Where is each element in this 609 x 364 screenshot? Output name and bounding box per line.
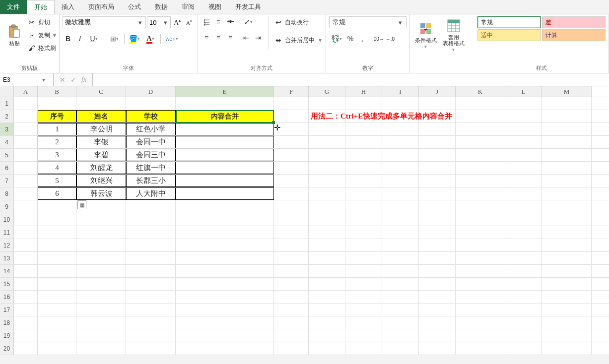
- cell-H9[interactable]: [345, 200, 382, 213]
- font-name-combo[interactable]: ▾: [63, 16, 146, 28]
- cell-K7[interactable]: [456, 175, 505, 187]
- cell-L11[interactable]: [505, 226, 542, 239]
- decrease-decimal-button[interactable]: ←.0: [385, 33, 396, 44]
- cell-K14[interactable]: [456, 265, 505, 277]
- cell-E6[interactable]: [176, 162, 274, 174]
- cell-J5[interactable]: [419, 149, 456, 161]
- underline-button[interactable]: U▾: [86, 33, 101, 44]
- cell-A4[interactable]: [14, 136, 38, 148]
- comma-button[interactable]: ,: [357, 33, 368, 44]
- cell-G14[interactable]: [309, 265, 345, 277]
- cell-A16[interactable]: [14, 291, 38, 303]
- cell-L13[interactable]: [505, 252, 542, 264]
- cell-D10[interactable]: [126, 213, 176, 226]
- cell-E3[interactable]: [176, 123, 274, 135]
- cell-F20[interactable]: [274, 342, 309, 355]
- cut-button[interactable]: ✂剪切: [27, 16, 56, 28]
- cell-I11[interactable]: [382, 226, 419, 239]
- cell-G10[interactable]: [309, 213, 345, 226]
- cell-J16[interactable]: [419, 291, 456, 303]
- cell-C14[interactable]: [76, 265, 126, 277]
- cell-B17[interactable]: [38, 303, 76, 316]
- cell-K6[interactable]: [456, 162, 505, 174]
- cell-M15[interactable]: [542, 278, 592, 290]
- cell-J1[interactable]: [419, 97, 456, 110]
- cell-C12[interactable]: [76, 239, 126, 251]
- cell-C10[interactable]: [76, 213, 126, 226]
- fill-color-button[interactable]: 🪣▾: [127, 33, 142, 44]
- row-header-2[interactable]: 2: [0, 110, 14, 122]
- cell-L7[interactable]: [505, 175, 542, 187]
- row-header-13[interactable]: 13: [0, 252, 14, 264]
- cell-A9[interactable]: [14, 200, 38, 213]
- row-header-18[interactable]: 18: [0, 316, 14, 329]
- cell-B20[interactable]: [38, 342, 76, 355]
- cell-L4[interactable]: [505, 136, 542, 148]
- wrap-text-button[interactable]: ↩自动换行: [274, 16, 322, 28]
- cell-H12[interactable]: [345, 239, 382, 251]
- orientation-button[interactable]: ⤢▾: [241, 16, 256, 27]
- cell-F5[interactable]: [274, 149, 309, 161]
- cell-A1[interactable]: [14, 97, 38, 110]
- cell-J15[interactable]: [419, 278, 456, 290]
- cell-I13[interactable]: [382, 252, 419, 264]
- cell-H11[interactable]: [345, 226, 382, 239]
- cell-H3[interactable]: [345, 123, 382, 135]
- cell-G19[interactable]: [309, 329, 345, 342]
- cell-B11[interactable]: [38, 226, 76, 239]
- cell-J19[interactable]: [419, 329, 456, 342]
- align-right-button[interactable]: ≡: [225, 32, 236, 43]
- cell-G3[interactable]: [309, 123, 345, 135]
- cell-H8[interactable]: [345, 187, 382, 200]
- cell-H13[interactable]: [345, 252, 382, 264]
- name-box-input[interactable]: [0, 76, 40, 83]
- cell-E9[interactable]: [176, 200, 274, 213]
- cell-E18[interactable]: [176, 316, 274, 329]
- phonetic-button[interactable]: wén▾: [163, 33, 180, 44]
- cell-C3[interactable]: 李公明: [76, 123, 126, 135]
- cell-A6[interactable]: [14, 162, 38, 174]
- cell-H10[interactable]: [345, 213, 382, 226]
- cell-E16[interactable]: [176, 291, 274, 303]
- cell-A13[interactable]: [14, 252, 38, 264]
- cell-G15[interactable]: [309, 278, 345, 290]
- cell-K5[interactable]: [456, 149, 505, 161]
- cell-K11[interactable]: [456, 226, 505, 239]
- cell-B8[interactable]: 6: [38, 187, 76, 200]
- cell-H1[interactable]: [345, 97, 382, 110]
- cell-M16[interactable]: [542, 291, 592, 303]
- cell-C6[interactable]: 刘醒龙: [76, 162, 126, 174]
- row-header-17[interactable]: 17: [0, 303, 14, 316]
- cell-M20[interactable]: [542, 342, 592, 355]
- cell-F13[interactable]: [274, 252, 309, 264]
- cell-D16[interactable]: [126, 291, 176, 303]
- cell-I5[interactable]: [382, 149, 419, 161]
- tab-view[interactable]: 视图: [202, 0, 228, 14]
- cell-D20[interactable]: [126, 342, 176, 355]
- cell-I10[interactable]: [382, 213, 419, 226]
- cell-B12[interactable]: [38, 239, 76, 251]
- cell-B9[interactable]: [38, 200, 76, 213]
- cell-I19[interactable]: [382, 329, 419, 342]
- cell-E14[interactable]: [176, 265, 274, 277]
- accounting-format-button[interactable]: 💱▾: [329, 33, 344, 44]
- cell-D13[interactable]: [126, 252, 176, 264]
- autofill-options-button[interactable]: ▦: [77, 200, 86, 209]
- cell-M14[interactable]: [542, 265, 592, 277]
- cell-E1[interactable]: [176, 97, 274, 110]
- cell-J13[interactable]: [419, 252, 456, 264]
- cell-K1[interactable]: [456, 97, 505, 110]
- tab-data[interactable]: 数据: [148, 0, 175, 14]
- row-header-5[interactable]: 5: [0, 149, 14, 161]
- align-left-button[interactable]: ≡: [201, 32, 212, 43]
- cell-D9[interactable]: [126, 200, 176, 213]
- cell-I12[interactable]: [382, 239, 419, 251]
- cell-F14[interactable]: [274, 265, 309, 277]
- worksheet-grid[interactable]: ABCDEFGHIJKLM 12序号姓名学校内容合并用法二：Ctrl+E快速完成…: [0, 86, 609, 355]
- cell-A5[interactable]: [14, 149, 38, 161]
- tab-page-layout[interactable]: 页面布局: [81, 0, 121, 14]
- cell-M7[interactable]: [542, 175, 592, 187]
- cell-D12[interactable]: [126, 239, 176, 251]
- cell-M4[interactable]: [542, 136, 592, 148]
- cell-L14[interactable]: [505, 265, 542, 277]
